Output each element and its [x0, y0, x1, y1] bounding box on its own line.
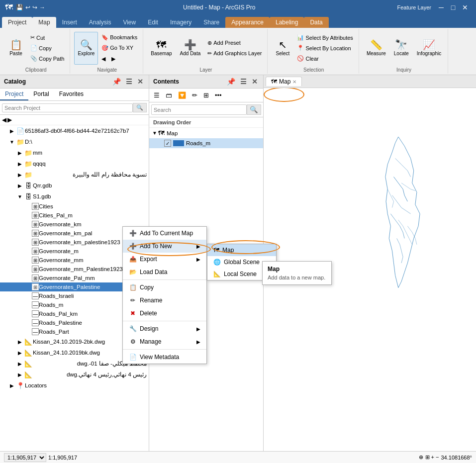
- contents-list-icon[interactable]: ☰: [151, 90, 162, 100]
- quick-save-icon[interactable]: 💾: [16, 4, 23, 11]
- cut-button[interactable]: ✂ Cut: [28, 33, 67, 43]
- tree-back-icon[interactable]: ◀: [2, 116, 6, 123]
- tree-expand-s1gdb[interactable]: ▼: [16, 194, 24, 199]
- scale-dropdown[interactable]: 1:1,905,917: [4, 453, 46, 462]
- tree-expand-qqqq[interactable]: ▶: [16, 161, 24, 167]
- tree-item-s1gdb[interactable]: ▼ 🗄 S1.gdb: [0, 191, 149, 202]
- catalog-search-input[interactable]: [2, 103, 133, 112]
- ctx-view-metadata[interactable]: 📄 View Metadata: [123, 351, 206, 364]
- ctx-copy[interactable]: 📋 Copy: [123, 281, 206, 294]
- quick-arrow-icon[interactable]: →: [39, 4, 45, 11]
- select-by-loc-button[interactable]: 📍 Select By Location: [294, 43, 355, 53]
- tree-expand-locators[interactable]: ▶: [8, 383, 16, 388]
- minimize-button[interactable]: ─: [435, 2, 447, 12]
- tree-item-mm[interactable]: ▶ 📁 mm: [0, 147, 149, 158]
- add-preset-button[interactable]: ⊕ Add Preset: [205, 38, 264, 48]
- basemap-button[interactable]: 🗺 Basemap: [147, 32, 175, 65]
- clear-button[interactable]: 🚫 Clear: [294, 54, 355, 64]
- tab-appearance[interactable]: Appearance: [225, 17, 270, 28]
- contents-filter-icon[interactable]: 🔽: [176, 90, 189, 100]
- infographic-button[interactable]: 📈 Infographic: [413, 32, 445, 65]
- tab-view[interactable]: View: [117, 17, 142, 28]
- tree-item-cities-pal[interactable]: ▶ ⊞ Cities_Pal_m: [0, 211, 149, 220]
- tree-expand-kissan1[interactable]: ▶: [16, 339, 24, 345]
- select-by-attr-button[interactable]: 📊 Select By Attributes: [294, 33, 355, 43]
- catalog-menu-icon[interactable]: ☰: [124, 77, 134, 86]
- tree-item-qrr[interactable]: ▶ 🗄 Qrr.gdb: [0, 180, 149, 191]
- tree-expand-arabic3[interactable]: ▶: [16, 372, 24, 377]
- ctx-load-data[interactable]: 📂 Load Data: [123, 266, 206, 278]
- map-tab[interactable]: 🗺 Map ✕: [266, 77, 302, 86]
- forward-button[interactable]: ▶: [109, 54, 118, 64]
- bookmarks-button[interactable]: 🔖 Bookmarks: [99, 32, 140, 42]
- tab-share[interactable]: Share: [197, 17, 225, 28]
- ctx-design[interactable]: 🔧 Design ▶: [123, 322, 206, 335]
- add-graphics-button[interactable]: ✏ Add Graphics Layer: [205, 48, 264, 58]
- ctx-delete[interactable]: ✖ Delete: [123, 307, 206, 320]
- tab-labeling[interactable]: Labeling: [270, 17, 304, 28]
- catalog-close-icon[interactable]: ✕: [136, 77, 145, 86]
- contents-grid-icon[interactable]: ⊞: [201, 90, 211, 100]
- contents-menu-icon[interactable]: ☰: [239, 77, 248, 86]
- tree-item-hash[interactable]: ▶ 📄 65186af3-db0f-4f66-bd44-42e72162c7b7: [0, 125, 149, 136]
- submenu-item-map[interactable]: 🗺 Map: [207, 244, 276, 256]
- catalog-tab-project[interactable]: Project: [0, 89, 28, 100]
- tab-edit[interactable]: Edit: [142, 17, 164, 28]
- contents-search-input[interactable]: [151, 104, 247, 115]
- contents-db-icon[interactable]: 🗃: [163, 90, 175, 100]
- tree-item-arabic1[interactable]: ▶ 📁 تسوية محافظة رام الله والبيرة: [0, 169, 149, 180]
- close-button[interactable]: ✕: [459, 2, 471, 12]
- tab-project[interactable]: Project: [2, 17, 32, 28]
- tab-data[interactable]: Data: [304, 17, 328, 28]
- tree-item-cities[interactable]: ▶ ⊞ Cities: [0, 202, 149, 211]
- ctx-manage[interactable]: ⚙ Manage ▶: [123, 335, 206, 348]
- tree-item-locators[interactable]: ▶ 📍 Locators: [0, 380, 149, 391]
- tree-expand-arabic2[interactable]: ▶: [16, 361, 24, 367]
- contents-pin-icon[interactable]: 📌: [225, 77, 237, 86]
- maximize-button[interactable]: □: [447, 2, 459, 12]
- catalog-pin-icon[interactable]: 📌: [111, 77, 122, 86]
- catalog-search-button[interactable]: 🔍: [133, 103, 147, 112]
- tab-map[interactable]: Map: [32, 17, 56, 28]
- add-data-button[interactable]: ➕ Add Data: [177, 32, 204, 65]
- contents-item-roads-m[interactable]: ▼ ✓ Roads_m: [149, 138, 263, 148]
- catalog-tab-favorites[interactable]: Favorites: [54, 89, 89, 100]
- locate-button[interactable]: 🔭 Locate: [390, 32, 412, 65]
- ctx-add-to-new[interactable]: ➕ Add To New ▶: [123, 240, 206, 253]
- ctx-export[interactable]: 📤 Export ▶: [123, 253, 206, 266]
- back-button[interactable]: ◀: [99, 54, 108, 64]
- contents-item-map[interactable]: ▼ 🗺 Map: [149, 128, 263, 138]
- contents-edit-icon[interactable]: ✏: [190, 90, 200, 100]
- tree-item-qqqq[interactable]: ▶ 📁 qqqq: [0, 158, 149, 169]
- measure-button[interactable]: 📏 Measure: [363, 32, 389, 65]
- copy-button[interactable]: 📄 Copy: [28, 43, 67, 53]
- tree-item-arabic3[interactable]: ▶ 📐 رئيس 4 نهائي,رئيس 4 نهائي.dwg: [0, 369, 149, 380]
- contents-more-icon[interactable]: •••: [212, 90, 224, 100]
- contents-search-button[interactable]: 🔍: [247, 104, 261, 115]
- paste-button[interactable]: 📋 Paste: [5, 32, 27, 65]
- copy-path-button[interactable]: 📎 Copy Path: [28, 54, 67, 64]
- tree-expand-mm[interactable]: ▶: [16, 150, 24, 156]
- tree-expand-ddrive[interactable]: ▼: [8, 139, 16, 145]
- quick-redo-icon[interactable]: ↪: [32, 4, 37, 11]
- roads-checkbox[interactable]: ✓: [164, 140, 171, 147]
- tree-item-ddrive[interactable]: ▼ 📁 D:\: [0, 136, 149, 147]
- explore-button[interactable]: 🔍 Explore: [74, 32, 98, 65]
- tab-analysis[interactable]: Analysis: [83, 17, 117, 28]
- quick-undo-icon[interactable]: ↩: [25, 4, 30, 11]
- tree-expand-hash[interactable]: ▶: [8, 128, 16, 134]
- select-button[interactable]: ↖ Select: [272, 32, 293, 65]
- tab-imagery[interactable]: Imagery: [164, 17, 197, 28]
- tree-forward-icon[interactable]: ▶: [7, 116, 12, 123]
- tree-expand-arabic1[interactable]: ▶: [16, 172, 24, 178]
- ctx-add-to-current-map[interactable]: ➕ Add To Current Map: [123, 227, 206, 240]
- tab-insert[interactable]: Insert: [56, 17, 83, 28]
- go-to-xy-button[interactable]: 🎯 Go To XY: [99, 43, 140, 53]
- contents-close-icon[interactable]: ✕: [250, 77, 259, 86]
- tree-expand-kissan2[interactable]: ▶: [16, 350, 24, 356]
- contents-expand-map[interactable]: ▼: [152, 130, 157, 136]
- ctx-rename[interactable]: ✏ Rename: [123, 294, 206, 307]
- catalog-tab-portal[interactable]: Portal: [28, 89, 54, 100]
- tree-expand-qrr[interactable]: ▶: [16, 183, 24, 188]
- map-tab-close-icon[interactable]: ✕: [292, 79, 296, 85]
